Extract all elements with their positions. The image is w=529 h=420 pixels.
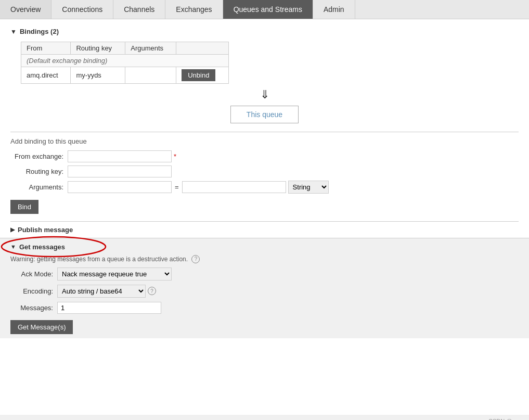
bindings-table: From Routing key Arguments (Default exch…	[21, 42, 229, 84]
ack-mode-select[interactable]: Nack message requeue true Nack message r…	[57, 268, 172, 281]
get-messages-header[interactable]: ▼ Get messages	[10, 243, 65, 251]
get-messages-title: Get messages	[19, 243, 65, 251]
messages-input[interactable]	[57, 302, 161, 314]
col-arguments: Arguments	[125, 42, 176, 55]
routing-key-label: Routing key:	[10, 168, 68, 175]
encoding-help-icon[interactable]: ?	[148, 287, 156, 295]
cell-routing-key: my-yyds	[71, 67, 125, 84]
messages-label: Messages:	[10, 304, 57, 312]
get-messages-header-wrapper: ▼ Get messages	[10, 243, 65, 251]
get-messages-button[interactable]: Get Message(s)	[10, 320, 73, 334]
bind-button[interactable]: Bind	[10, 200, 38, 214]
bindings-title: Bindings (2)	[20, 28, 59, 35]
ack-mode-label: Ack Mode:	[10, 270, 57, 278]
cell-unbind: Unbind	[176, 67, 229, 84]
publish-message-arrow: ▶	[10, 226, 15, 233]
get-messages-section: ▼ Get messages Warning: getting messages…	[0, 238, 529, 338]
footer: CSDN @vcoy	[0, 415, 529, 420]
cell-from: amq.direct	[21, 67, 71, 84]
publish-message-title: Publish message	[18, 226, 73, 234]
this-queue-box: This queue	[10, 106, 519, 123]
flow-arrow: ⇓	[10, 88, 519, 101]
add-binding-section: Add binding to this queue From exchange:…	[10, 132, 519, 214]
col-action	[176, 42, 229, 55]
main-content: ▼ Bindings (2) From Routing key Argument…	[0, 19, 529, 415]
from-exchange-label: From exchange:	[10, 152, 68, 160]
nav-connections[interactable]: Connections	[51, 0, 113, 19]
from-exchange-row: From exchange: *	[10, 150, 519, 162]
table-row: amq.direct my-yyds Unbind	[21, 67, 229, 84]
bindings-arrow: ▼	[10, 28, 17, 35]
warning-message: Warning: getting messages from a queue i…	[10, 255, 188, 262]
from-value: amq.direct	[27, 71, 58, 79]
equals-sign: =	[175, 183, 179, 191]
footer-credit: CSDN @vcoy	[488, 418, 524, 420]
nav-channels[interactable]: Channels	[113, 0, 165, 19]
top-nav: Overview Connections Channels Exchanges …	[0, 0, 529, 19]
add-binding-title: Add binding to this queue	[10, 137, 519, 145]
col-from: From	[21, 42, 71, 55]
warning-text: Warning: getting messages from a queue i…	[10, 255, 519, 263]
get-messages-arrow: ▼	[10, 244, 16, 250]
nav-admin[interactable]: Admin	[313, 0, 355, 19]
bindings-section-header[interactable]: ▼ Bindings (2)	[10, 24, 519, 39]
encoding-row: Encoding: Auto string / base64 base64 ?	[10, 285, 519, 298]
nav-exchanges[interactable]: Exchanges	[165, 0, 223, 19]
cell-arguments	[125, 67, 176, 84]
publish-message-header[interactable]: ▶ Publish message	[10, 226, 519, 234]
messages-row: Messages:	[10, 302, 519, 314]
routing-key-input[interactable]	[68, 166, 172, 177]
encoding-label: Encoding:	[10, 287, 57, 295]
publish-message-section: ▶ Publish message	[10, 221, 519, 238]
from-exchange-input[interactable]	[68, 150, 172, 162]
arguments-row: Arguments: = String Number Boolean	[10, 181, 519, 194]
unbind-button[interactable]: Unbind	[182, 69, 215, 81]
arguments-type-select[interactable]: String Number Boolean	[288, 181, 329, 194]
arguments-key-input[interactable]	[68, 181, 172, 193]
ack-mode-row: Ack Mode: Nack message requeue true Nack…	[10, 268, 519, 281]
default-exchange-row: (Default exchange binding)	[21, 55, 229, 67]
help-icon[interactable]: ?	[191, 255, 200, 263]
col-routing-key: Routing key	[71, 42, 125, 55]
required-star: *	[174, 152, 176, 160]
arguments-label: Arguments:	[10, 183, 68, 191]
default-exchange-label: (Default exchange binding)	[21, 55, 229, 67]
encoding-select[interactable]: Auto string / base64 base64	[57, 285, 146, 298]
routing-key-row: Routing key:	[10, 166, 519, 177]
nav-queues-streams[interactable]: Queues and Streams	[223, 0, 313, 19]
arguments-value-input[interactable]	[182, 181, 286, 193]
nav-overview[interactable]: Overview	[0, 0, 51, 19]
this-queue-label: This queue	[230, 106, 299, 123]
